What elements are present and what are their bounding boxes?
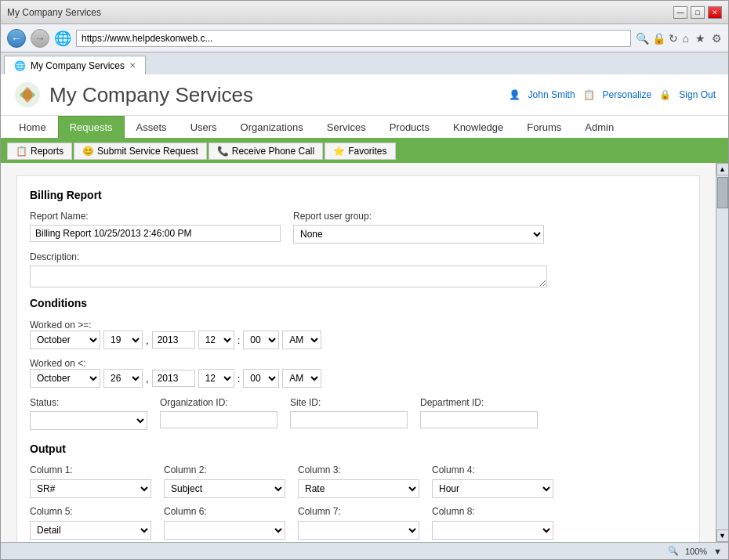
user-name[interactable]: John Smith <box>528 89 575 100</box>
logo-icon <box>13 81 42 109</box>
gte-year-input[interactable] <box>152 331 195 349</box>
nav-tab-requests[interactable]: Requests <box>58 116 125 138</box>
org-id-input[interactable] <box>160 411 277 428</box>
col2-label: Column 2: <box>164 464 285 475</box>
col3-group: Column 3: Rate <box>298 464 419 498</box>
conditions-title: Conditions <box>30 297 687 309</box>
sign-out-link[interactable]: Sign Out <box>679 89 716 100</box>
gte-min-select[interactable]: 00 <box>243 331 279 349</box>
star-icon[interactable]: ★ <box>695 32 705 45</box>
search-icon[interactable]: 🔍 <box>636 32 649 45</box>
site-id-group: Site ID: <box>290 397 408 428</box>
lt-day-select[interactable]: 26 <box>103 369 143 388</box>
worked-on-gte-label: Worked on >=: <box>30 320 92 331</box>
col6-label: Column 6: <box>164 506 285 517</box>
address-input[interactable] <box>76 30 631 47</box>
reports-label: Reports <box>31 146 63 157</box>
nav-tab-knowledge[interactable]: Knowledge <box>441 116 515 138</box>
refresh-icon[interactable]: ↻ <box>669 32 678 45</box>
col2-select[interactable]: Subject <box>164 479 285 498</box>
col5-select[interactable]: Detail <box>30 521 151 540</box>
lt-ampm-select[interactable]: AM PM <box>282 369 321 388</box>
lt-min-select[interactable]: 00 <box>243 369 279 388</box>
favorites-label: Favorites <box>348 146 386 157</box>
col7-select[interactable] <box>298 521 419 540</box>
submit-service-request-button[interactable]: 😊 Submit Service Request <box>74 143 207 160</box>
lt-year-input[interactable] <box>152 370 195 387</box>
dept-id-group: Department ID: <box>420 397 538 428</box>
lt-month-select[interactable]: October <box>30 369 100 388</box>
nav-tab-forums[interactable]: Forums <box>515 116 573 138</box>
address-bar: ← → 🌐 🔍 🔒 ↻ ⌂ ★ ⚙ <box>1 24 728 52</box>
nav-tab-services[interactable]: Services <box>315 116 378 138</box>
col1-select[interactable]: SR# <box>30 479 151 498</box>
billing-report-form: Billing Report Report Name: Report user … <box>16 175 700 542</box>
tab-favicon: 🌐 <box>14 60 26 71</box>
favorites-icon: ⭐ <box>333 146 345 157</box>
gte-colon: : <box>238 334 241 346</box>
report-name-input[interactable] <box>30 225 281 242</box>
ie-icon: 🌐 <box>54 30 71 47</box>
zoom-dropdown[interactable]: ▼ <box>713 547 722 556</box>
dept-id-input[interactable] <box>420 411 538 428</box>
phone-label: Receive Phone Call <box>232 146 314 157</box>
forward-button[interactable]: → <box>31 29 49 48</box>
submit-icon: 😊 <box>82 146 94 157</box>
gear-icon[interactable]: ⚙ <box>712 32 722 45</box>
col6-select[interactable] <box>164 521 285 540</box>
scroll-thumb[interactable] <box>717 177 728 208</box>
content-wrapper: Billing Report Report Name: Report user … <box>1 163 728 542</box>
status-select[interactable] <box>30 411 147 430</box>
content-area: Billing Report Report Name: Report user … <box>1 163 716 542</box>
col4-select[interactable]: Hour <box>432 479 553 498</box>
lt-colon: : <box>238 373 241 385</box>
scroll-up-arrow[interactable]: ▲ <box>716 163 729 175</box>
col3-select[interactable]: Rate <box>298 479 419 498</box>
back-button[interactable]: ← <box>7 29 26 48</box>
browser-tab-bar: 🌐 My Company Services ✕ <box>1 52 728 74</box>
app-title: My Company Services <box>49 83 253 107</box>
favorites-button[interactable]: ⭐ Favorites <box>325 143 395 160</box>
worked-on-gte-group: Worked on >=: October 19 , <box>30 319 687 349</box>
user-icon: 👤 <box>509 89 520 100</box>
scroll-down-arrow[interactable]: ▼ <box>716 529 729 542</box>
maximize-button[interactable]: □ <box>691 6 705 19</box>
minimize-button[interactable]: — <box>673 6 687 19</box>
col8-select[interactable] <box>432 521 553 540</box>
lt-hour-select[interactable]: 12 <box>198 369 234 388</box>
col1-label: Column 1: <box>30 464 151 475</box>
org-id-label: Organization ID: <box>160 397 277 408</box>
site-id-input[interactable] <box>290 411 408 428</box>
status-bar: 🔍 100% ▼ <box>1 542 728 559</box>
nav-tab-admin[interactable]: Admin <box>573 116 626 138</box>
personalize-link[interactable]: Personalize <box>603 89 652 100</box>
close-button[interactable]: ✕ <box>708 6 722 19</box>
submit-label: Submit Service Request <box>97 146 198 157</box>
report-name-group: Report Name: <box>30 211 281 242</box>
description-textarea[interactable] <box>30 266 547 287</box>
nav-tab-products[interactable]: Products <box>378 116 441 138</box>
home-icon[interactable]: ⌂ <box>683 32 689 45</box>
report-user-group-label: Report user group: <box>293 211 544 222</box>
receive-phone-call-button[interactable]: 📞 Receive Phone Call <box>209 143 323 160</box>
browser-tab-active[interactable]: 🌐 My Company Services ✕ <box>4 56 146 74</box>
title-bar: My Company Services — □ ✕ <box>1 1 728 24</box>
zoom-icon: 🔍 <box>668 546 679 556</box>
nav-tab-users[interactable]: Users <box>179 116 229 138</box>
status-group: Status: <box>30 397 147 430</box>
scrollbar: ▲ ▼ <box>716 163 728 542</box>
gte-hour-select[interactable]: 12 <box>198 331 234 349</box>
report-name-row: Report Name: Report user group: None <box>30 211 687 244</box>
tab-close-button[interactable]: ✕ <box>129 61 136 70</box>
nav-tab-assets[interactable]: Assets <box>125 116 179 138</box>
gte-day-select[interactable]: 19 <box>103 331 143 349</box>
gte-month-select[interactable]: October <box>30 331 100 349</box>
report-user-group-select[interactable]: None <box>293 225 544 244</box>
nav-tab-home[interactable]: Home <box>7 116 58 138</box>
reports-button[interactable]: 📋 Reports <box>7 143 72 160</box>
nav-tab-organizations[interactable]: Organizations <box>229 116 315 138</box>
columns-row-2: Column 5: Detail Column 6: <box>30 506 687 540</box>
site-id-label: Site ID: <box>290 397 408 408</box>
gte-ampm-select[interactable]: AM PM <box>282 331 321 349</box>
app-logo: My Company Services <box>13 81 253 109</box>
